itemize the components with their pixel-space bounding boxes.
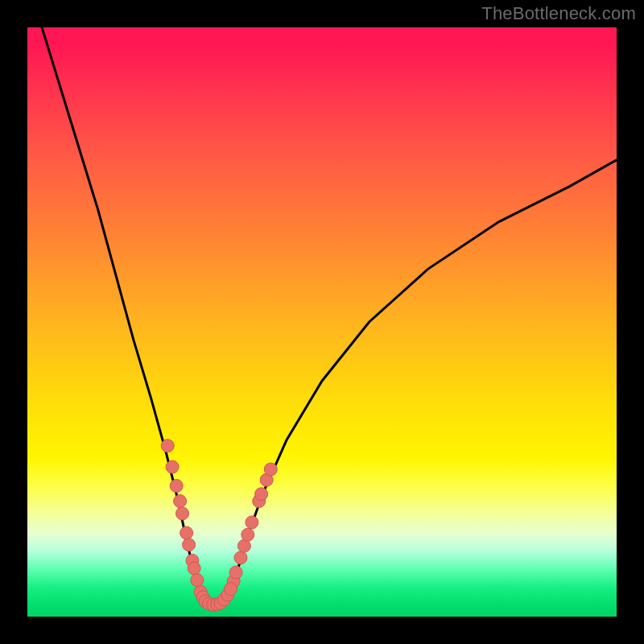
data-marker (161, 440, 174, 452)
data-marker (191, 574, 204, 587)
data-marker (176, 507, 189, 520)
curve-layer (27, 27, 617, 605)
data-marker (234, 551, 247, 564)
marker-layer (161, 440, 277, 612)
markers-bottom (194, 583, 237, 612)
plot-svg (27, 27, 617, 617)
data-marker (225, 583, 237, 596)
data-marker (246, 516, 258, 529)
data-marker (166, 460, 179, 473)
data-marker (183, 539, 196, 551)
data-marker (229, 566, 242, 579)
data-marker (188, 562, 200, 575)
data-marker (264, 463, 277, 476)
plot-area (27, 27, 617, 617)
data-marker (180, 526, 193, 539)
data-marker (170, 480, 183, 493)
bottleneck-curve (27, 27, 617, 605)
data-marker (255, 488, 268, 501)
data-marker (242, 528, 254, 541)
markers-right-branch (227, 463, 277, 588)
watermark-text: TheBottleneck.com (481, 3, 636, 24)
data-marker (174, 495, 187, 508)
